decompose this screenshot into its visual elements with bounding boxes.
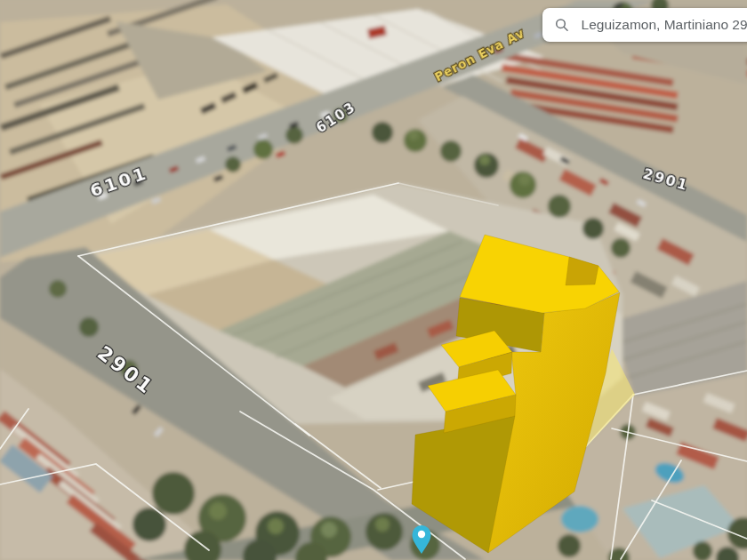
map-3d-view[interactable]: 6101 6103 2901 2901 Peron Eva Av bbox=[0, 0, 747, 560]
map-pin-center bbox=[418, 531, 425, 538]
search-icon bbox=[555, 17, 569, 33]
search-box[interactable] bbox=[542, 8, 747, 42]
map-canvas[interactable]: 6101 6103 2901 2901 Peron Eva Av bbox=[0, 0, 747, 560]
search-input[interactable] bbox=[580, 16, 747, 34]
